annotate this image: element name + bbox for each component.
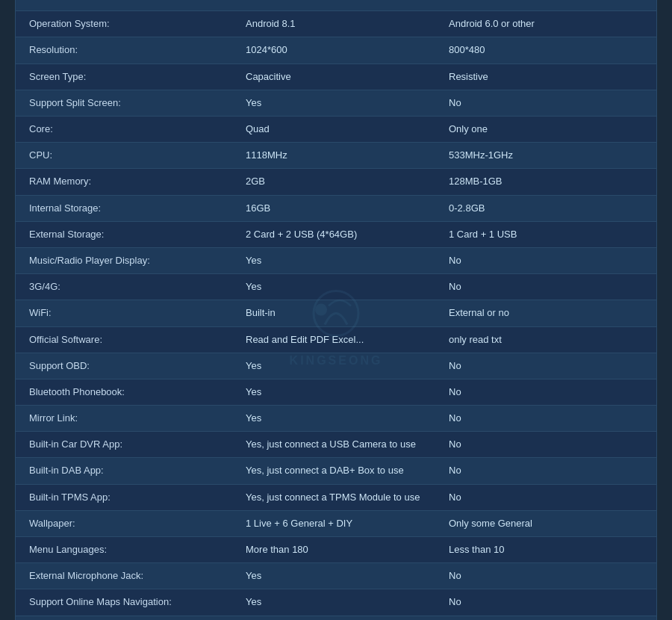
feature-label: Built-in DAB App:	[25, 458, 241, 483]
feature-label: 3G/4G:	[25, 274, 241, 300]
feature-label: Operation System:	[25, 11, 241, 37]
other-product-value: No	[444, 485, 647, 510]
table-row: Mirror Link:YesNo	[16, 406, 656, 432]
table-header: Features This KINGSEONG Product Product …	[16, 0, 656, 11]
this-product-value: 1118MHz	[241, 143, 444, 168]
table-row: External Microphone Jack:YesNo	[16, 563, 656, 589]
table-row: Built-in Car DVR App:Yes, just connect a…	[16, 432, 656, 458]
feature-label: Menu Languages:	[25, 537, 241, 562]
other-product-value: No	[444, 90, 647, 116]
this-product-value: Capacitive	[241, 64, 444, 90]
table-row: Support OBD:YesNo	[16, 353, 656, 379]
feature-label: Music/Radio Player Display:	[25, 248, 241, 273]
table-row: Resolution:1024*600800*480	[16, 37, 656, 63]
feature-label: Core:	[25, 117, 241, 142]
other-product-value: No	[444, 563, 647, 589]
this-product-value: Yes	[241, 274, 444, 300]
other-product-value: No	[444, 353, 647, 379]
this-product-value: Yes	[241, 616, 444, 620]
table-row: WiFi:Built-inExternal or no	[16, 300, 656, 326]
table-row: Bluetooth Phonebook:YesNo	[16, 379, 656, 406]
other-product-value: No	[444, 616, 647, 620]
other-product-value: 800*480	[444, 37, 647, 63]
other-product-value: 0-2.8GB	[444, 196, 647, 221]
table-row: CanBus Decoder Box incl.:YesNo	[16, 616, 656, 620]
other-product-value: No	[444, 406, 647, 431]
other-product-value: External or no	[444, 300, 647, 326]
feature-label: External Storage:	[25, 222, 241, 247]
this-product-value: Yes, just connect a TPMS Module to use	[241, 485, 444, 510]
table-row: RAM Memory:2GB128MB-1GB	[16, 169, 656, 195]
other-product-value: No	[444, 589, 647, 615]
header-other-product: Product from other sellers	[444, 0, 647, 3]
this-product-value: 16GB	[241, 196, 444, 221]
feature-label: RAM Memory:	[25, 169, 241, 194]
this-product-value: Yes	[241, 589, 444, 615]
table-row: Built-in DAB App:Yes, just connect a DAB…	[16, 458, 656, 484]
table-row: Support Online Maps Navigation:YesNo	[16, 589, 656, 616]
comparison-table: Features This KINGSEONG Product Product …	[15, 0, 657, 620]
this-product-value: Read and Edit PDF Excel...	[241, 327, 444, 353]
this-product-value: Yes	[241, 248, 444, 273]
feature-label: Support Split Screen:	[25, 90, 241, 116]
this-product-value: More than 180	[241, 537, 444, 562]
this-product-value: Built-in	[241, 300, 444, 326]
table-row: Core:QuadOnly one	[16, 117, 656, 143]
table-row: Screen Type:CapacitiveResistive	[16, 64, 656, 90]
this-product-value: 1024*600	[241, 37, 444, 63]
feature-label: Support Online Maps Navigation:	[25, 589, 241, 615]
this-product-value: Yes, just connect a DAB+ Box to use	[241, 458, 444, 483]
other-product-value: Only one	[444, 117, 647, 142]
table-row: Music/Radio Player Display:YesNo	[16, 248, 656, 274]
feature-label: Bluetooth Phonebook:	[25, 379, 241, 405]
this-product-value: Yes, just connect a USB Camera to use	[241, 432, 444, 457]
table-row: Operation System:Android 8.1Android 6.0 …	[16, 11, 656, 37]
feature-label: WiFi:	[25, 300, 241, 326]
this-product-value: Yes	[241, 406, 444, 431]
feature-label: Official Software:	[25, 327, 241, 353]
this-product-value: Quad	[241, 117, 444, 142]
other-product-value: No	[444, 432, 647, 457]
other-product-value: 533MHz-1GHz	[444, 143, 647, 168]
table-row: Official Software:Read and Edit PDF Exce…	[16, 327, 656, 353]
other-product-value: Less than 10	[444, 537, 647, 562]
other-product-value: No	[444, 248, 647, 273]
other-product-value: 128MB-1GB	[444, 169, 647, 194]
other-product-value: Android 6.0 or other	[444, 11, 647, 37]
this-product-value: 1 Live + 6 General + DIY	[241, 511, 444, 536]
table-row: Internal Storage:16GB0-2.8GB	[16, 196, 656, 222]
other-product-value: only read txt	[444, 327, 647, 353]
feature-label: CanBus Decoder Box incl.:	[25, 616, 241, 620]
table-row: External Storage:2 Card + 2 USB (4*64GB)…	[16, 222, 656, 248]
this-product-value: Android 8.1	[241, 11, 444, 37]
table-row: CPU:1118MHz533MHz-1GHz	[16, 143, 656, 169]
other-product-value: Resistive	[444, 64, 647, 90]
other-product-value: No	[444, 458, 647, 483]
feature-label: External Microphone Jack:	[25, 563, 241, 589]
feature-label: CPU:	[25, 143, 241, 168]
this-product-value: Yes	[241, 563, 444, 589]
feature-label: Wallpaper:	[25, 511, 241, 536]
rows-container: Operation System:Android 8.1Android 6.0 …	[16, 11, 656, 620]
this-product-value: 2GB	[241, 169, 444, 194]
feature-label: Built-in TPMS App:	[25, 485, 241, 510]
table-row: Wallpaper:1 Live + 6 General + DIYOnly s…	[16, 511, 656, 537]
feature-label: Screen Type:	[25, 64, 241, 90]
other-product-value: No	[444, 379, 647, 405]
this-product-value: Yes	[241, 90, 444, 116]
header-this-product: This KINGSEONG Product	[241, 0, 444, 3]
table-body: KINGSEONG Operation System:Android 8.1An…	[16, 11, 656, 620]
other-product-value: 1 Card + 1 USB	[444, 222, 647, 247]
feature-label: Built-in Car DVR App:	[25, 432, 241, 457]
table-row: Menu Languages:More than 180Less than 10	[16, 537, 656, 563]
this-product-value: 2 Card + 2 USB (4*64GB)	[241, 222, 444, 247]
feature-label: Resolution:	[25, 37, 241, 63]
feature-label: Mirror Link:	[25, 406, 241, 431]
this-product-value: Yes	[241, 353, 444, 379]
table-row: Support Split Screen:YesNo	[16, 90, 656, 117]
other-product-value: Only some General	[444, 511, 647, 536]
table-row: Built-in TPMS App:Yes, just connect a TP…	[16, 485, 656, 511]
feature-label: Support OBD:	[25, 353, 241, 379]
feature-label: Internal Storage:	[25, 196, 241, 221]
header-features: Features	[25, 0, 241, 3]
